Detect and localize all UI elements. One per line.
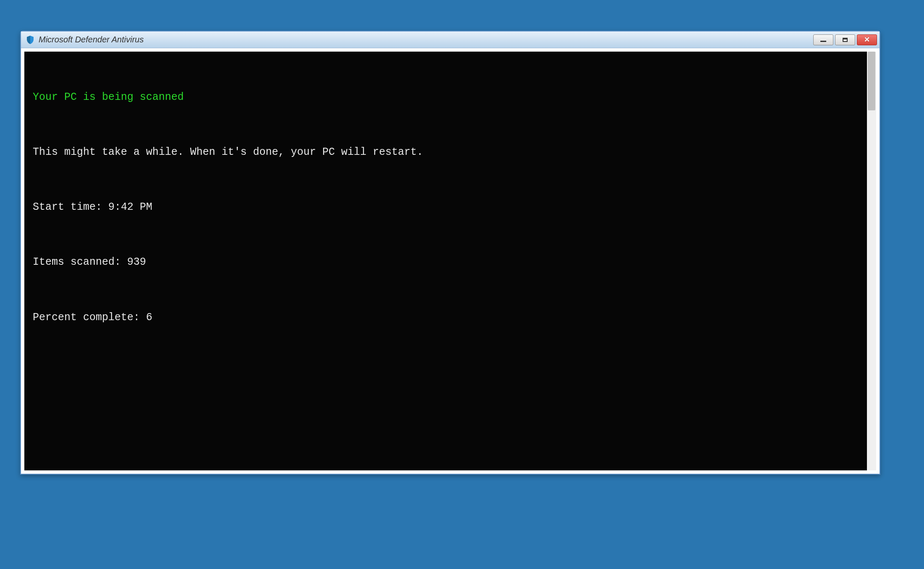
close-button[interactable]: ✕ [857, 34, 877, 45]
console-output: Your PC is being scanned This might take… [24, 52, 867, 470]
percent-complete-value: 6 [146, 311, 152, 324]
titlebar[interactable]: Microsoft Defender Antivirus ✕ [21, 31, 880, 48]
maximize-icon [843, 38, 848, 42]
maximize-button[interactable] [835, 34, 855, 45]
start-time-label: Start time: [33, 201, 108, 213]
start-time-value: 9:42 PM [108, 201, 152, 213]
app-window: Microsoft Defender Antivirus ✕ Your PC i… [20, 31, 880, 475]
minimize-icon [820, 40, 826, 42]
close-icon: ✕ [864, 36, 870, 43]
defender-shield-icon [25, 35, 35, 45]
scrollbar[interactable] [867, 52, 876, 470]
percent-complete-label: Percent complete: [33, 311, 146, 324]
items-scanned-line: Items scanned: 939 [33, 255, 859, 269]
start-time-line: Start time: 9:42 PM [33, 200, 859, 214]
window-title: Microsoft Defender Antivirus [39, 35, 813, 44]
percent-complete-line: Percent complete: 6 [33, 311, 859, 325]
items-scanned-value: 939 [127, 256, 146, 268]
scrollbar-thumb[interactable] [868, 52, 875, 110]
scan-message: This might take a while. When it's done,… [33, 145, 859, 159]
minimize-button[interactable] [813, 34, 833, 45]
window-controls: ✕ [813, 34, 877, 45]
scan-headline: Your PC is being scanned [33, 90, 859, 104]
items-scanned-label: Items scanned: [33, 256, 127, 268]
console-frame: Your PC is being scanned This might take… [21, 48, 880, 474]
